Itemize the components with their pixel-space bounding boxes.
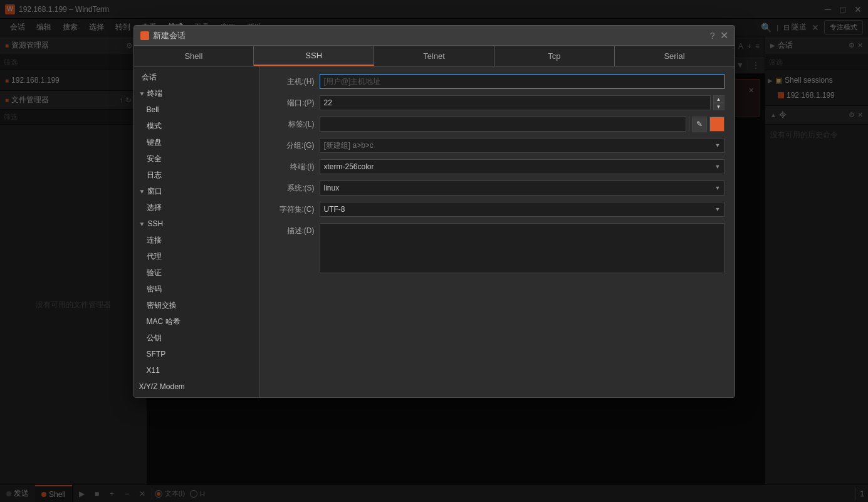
dlg-group-ssh[interactable]: ▼SSH <box>134 216 259 232</box>
desc-label: 描述:(D) <box>269 226 320 236</box>
dlg-item-mode[interactable]: 模式 <box>134 118 259 134</box>
host-input[interactable] <box>320 74 724 89</box>
port-row-inner: ▲ ▼ <box>320 95 724 110</box>
port-row: 端口:(P) ▲ ▼ <box>269 95 724 110</box>
tab-tcp[interactable]: Tcp <box>494 46 615 66</box>
desc-control <box>320 223 724 275</box>
group-label: 分组:(G) <box>269 140 320 151</box>
charset-select[interactable]: UTF-8 <box>320 202 724 217</box>
charset-row: 字符集:(C) UTF-8 <box>269 202 724 217</box>
dialog-icon <box>140 31 149 40</box>
port-spinner: ▲ ▼ <box>713 95 724 110</box>
new-session-dialog: 新建会话 ? ✕ Shell SSH Telnet Tcp Serial 会话 … <box>133 25 735 398</box>
charset-control: UTF-8 <box>320 202 724 217</box>
group-input[interactable] <box>320 138 724 153</box>
terminal-row: 终端:(I) xterm-256color <box>269 159 724 174</box>
system-select[interactable]: linux <box>320 180 724 196</box>
dlg-item-bell[interactable]: Bell <box>134 102 259 118</box>
port-down-btn[interactable]: ▼ <box>713 103 724 110</box>
dialog-help-btn[interactable]: ? <box>710 31 715 41</box>
dialog-close-btn[interactable]: ✕ <box>720 29 728 41</box>
dialog-tabs: Shell SSH Telnet Tcp Serial <box>134 46 735 66</box>
host-row: 主机:(H) <box>269 74 724 89</box>
dlg-item-select[interactable]: 选择 <box>134 199 259 216</box>
dlg-item-x11[interactable]: X11 <box>134 362 259 379</box>
tab-shell[interactable]: Shell <box>134 46 254 66</box>
dlg-item-sftp[interactable]: SFTP <box>134 346 259 362</box>
dialog-overlay: 新建会话 ? ✕ Shell SSH Telnet Tcp Serial 会话 … <box>0 0 868 502</box>
tab-serial[interactable]: Serial <box>615 46 735 66</box>
dlg-item-mac[interactable]: MAC 哈希 <box>134 313 259 330</box>
dlg-item-security[interactable]: 安全 <box>134 150 259 167</box>
terminal-control: xterm-256color <box>320 159 724 174</box>
port-up-btn[interactable]: ▲ <box>713 95 724 103</box>
group-control <box>320 138 724 153</box>
dlg-group-terminal[interactable]: ▼终端 <box>134 85 259 102</box>
label-row-inner: ✎ <box>320 117 724 132</box>
label-label: 标签:(L) <box>269 119 320 130</box>
dlg-item-connect[interactable]: 连接 <box>134 232 259 248</box>
dlg-item-password[interactable]: 密码 <box>134 281 259 297</box>
label-sep <box>689 117 689 132</box>
terminal-label: 终端:(I) <box>269 162 320 172</box>
label-color-btn[interactable] <box>709 117 724 132</box>
label-input[interactable] <box>320 117 686 132</box>
port-label: 端口:(P) <box>269 98 320 108</box>
dlg-item-log[interactable]: 日志 <box>134 167 259 183</box>
charset-label: 字符集:(C) <box>269 204 320 215</box>
tab-telnet[interactable]: Telnet <box>374 46 494 66</box>
desc-textarea[interactable] <box>320 223 724 273</box>
tab-ssh[interactable]: SSH <box>254 46 374 66</box>
system-label: 系统:(S) <box>269 183 320 194</box>
expand-icon-3: ▼ <box>139 188 145 195</box>
dialog-form: 主机:(H) 端口:(P) ▲ ▼ <box>259 66 735 397</box>
dlg-item-pubkey[interactable]: 公钥 <box>134 330 259 346</box>
dialog-body: 会话 ▼终端 Bell 模式 键盘 安全 日志 ▼窗口 选择 ▼SSH 连接 代… <box>134 66 735 397</box>
label-edit-btn[interactable]: ✎ <box>692 117 707 132</box>
expand-icon-2: ▼ <box>139 90 145 97</box>
host-label: 主机:(H) <box>269 76 320 87</box>
host-control <box>320 74 724 89</box>
expand-icon-4: ▼ <box>139 221 145 227</box>
port-control: ▲ ▼ <box>320 95 724 110</box>
dlg-item-proxy[interactable]: 代理 <box>134 248 259 264</box>
dialog-title: 新建会话 <box>153 30 710 41</box>
terminal-select[interactable]: xterm-256color <box>320 159 724 174</box>
group-row: 分组:(G) <box>269 138 724 153</box>
dlg-item-kex[interactable]: 密钥交换 <box>134 297 259 313</box>
system-control: linux <box>320 180 724 196</box>
dlg-item-keyboard[interactable]: 键盘 <box>134 134 259 150</box>
dlg-item-auth[interactable]: 验证 <box>134 264 259 281</box>
desc-row: 描述:(D) <box>269 223 724 275</box>
label-control: ✎ <box>320 117 724 132</box>
dialog-titlebar: 新建会话 ? ✕ <box>134 26 735 46</box>
label-row: 标签:(L) ✎ <box>269 117 724 132</box>
dlg-item-modem[interactable]: X/Y/Z Modem <box>134 379 259 395</box>
dialog-sidebar: 会话 ▼终端 Bell 模式 键盘 安全 日志 ▼窗口 选择 ▼SSH 连接 代… <box>134 66 259 397</box>
port-input[interactable] <box>320 95 711 110</box>
dlg-group-window[interactable]: ▼窗口 <box>134 183 259 199</box>
system-row: 系统:(S) linux <box>269 180 724 196</box>
dlg-item-session[interactable]: 会话 <box>134 69 259 85</box>
